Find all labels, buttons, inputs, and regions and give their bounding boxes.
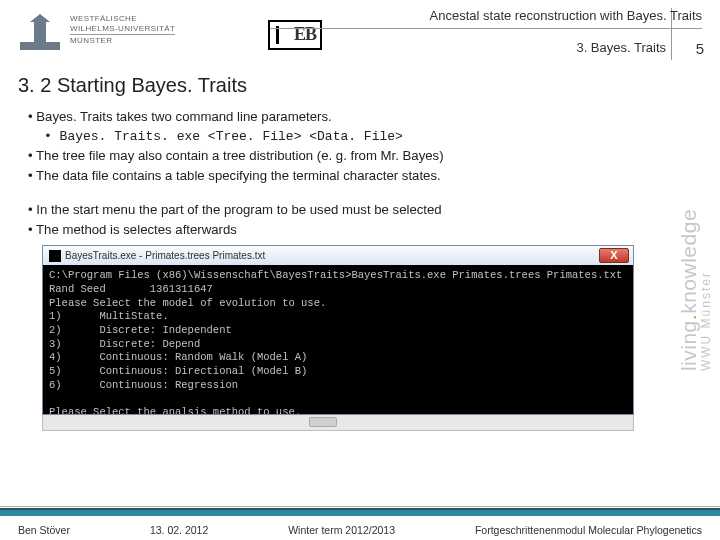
terminal-body[interactable]: C:\Program Files (x86)\Wissenschaft\Baye…: [42, 265, 634, 415]
university-logo: WESTFÄLISCHE WILHELMS-UNIVERSITÄT MÜNSTE…: [18, 8, 188, 52]
terminal-scrollbar[interactable]: III: [42, 415, 634, 431]
chapter-label: 3. Bayes. Traits: [576, 40, 666, 55]
castle-icon: [18, 10, 62, 50]
slide-footer: Ben Stöver 13. 02. 2012 Winter term 2012…: [0, 498, 720, 540]
footer-bars: [0, 506, 720, 516]
footer-date: 13. 02. 2012: [150, 524, 208, 536]
footer-term: Winter term 2012/2013: [288, 524, 395, 536]
content-area: Bayes. Traits takes two command line par…: [0, 103, 720, 239]
terminal-title: BayesTraits.exe - Primates.trees Primate…: [65, 250, 265, 261]
terminal-icon: [49, 250, 61, 262]
list-item: In the start menu the part of the progra…: [28, 200, 660, 220]
list-item: Bayes. Traits takes two command line par…: [28, 107, 660, 127]
bullet-list-1: Bayes. Traits takes two command line par…: [28, 107, 660, 186]
list-item-command: Bayes. Traits. exe <Tree. File> <Data. F…: [44, 127, 660, 147]
page-number: 5: [696, 40, 704, 57]
university-name: WESTFÄLISCHE WILHELMS-UNIVERSITÄT MÜNSTE…: [70, 14, 175, 46]
side-brand: living.knowledge WWU Münster: [674, 90, 716, 490]
header-rule: [270, 28, 702, 29]
footer-author: Ben Stöver: [18, 524, 70, 536]
document-title: Ancestal state reconstruction with Bayes…: [430, 8, 702, 23]
list-item: The tree file may also contain a tree di…: [28, 146, 660, 166]
ieb-logo: EB: [268, 20, 322, 50]
bullet-list-2: In the start menu the part of the progra…: [28, 200, 660, 240]
close-button[interactable]: X: [599, 248, 629, 263]
slide-header: WESTFÄLISCHE WILHELMS-UNIVERSITÄT MÜNSTE…: [0, 0, 720, 72]
section-title: 3. 2 Starting Bayes. Traits: [0, 72, 720, 103]
terminal-window: BayesTraits.exe - Primates.trees Primate…: [42, 245, 634, 431]
footer-course: Fortgeschrittenenmodul Molecular Phyloge…: [475, 524, 702, 536]
terminal-titlebar[interactable]: BayesTraits.exe - Primates.trees Primate…: [42, 245, 634, 265]
scrollbar-thumb[interactable]: [309, 417, 337, 427]
list-item: The method is selectes afterwards: [28, 220, 660, 240]
list-item: The data file contains a table specifyin…: [28, 166, 660, 186]
